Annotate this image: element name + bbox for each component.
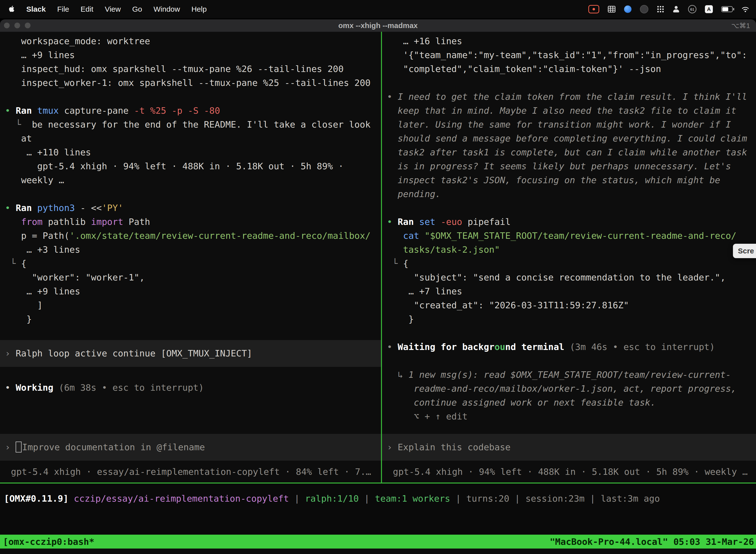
text-segment: Ralph loop active continue [OMX_TMUX_INJ… xyxy=(16,348,252,358)
terminal-line: … +16 lines xyxy=(382,34,756,48)
text-segment: ralph:1/10 xyxy=(305,493,359,504)
user-silhouette-icon[interactable] xyxy=(673,6,680,13)
tmux-session-label[interactable]: [omx-cczip0:bash* xyxy=(0,537,94,547)
terminal-line: └ { xyxy=(382,257,756,271)
text-segment: p = Path( xyxy=(5,231,69,241)
circle-app-icon[interactable] xyxy=(640,5,648,13)
text-segment: inspect_worker-1: omx sparkshell --tmux-… xyxy=(5,78,371,88)
right-input-line[interactable]: › Explain this codebase xyxy=(382,440,756,454)
terminal-line: ⌥ + ↑ edit xyxy=(382,409,756,424)
dots-grid-icon[interactable] xyxy=(657,5,664,13)
terminal-line: • Ran python3 - <<'PY' xyxy=(0,201,381,215)
right-input-placeholder: Explain this codebase xyxy=(397,442,510,452)
text-segment xyxy=(32,203,37,213)
text-segment: from xyxy=(21,217,43,227)
terminal-line: } xyxy=(0,312,381,326)
terminal-line: … +9 lines xyxy=(0,284,381,298)
text-segment xyxy=(198,106,204,116)
terminal-line xyxy=(0,326,381,340)
terminal-line: … +3 lines xyxy=(0,243,381,257)
right-pane-content: … +16 lines '{"team_name":"my-team","tas… xyxy=(382,34,756,424)
menu-item-go[interactable]: Go xyxy=(132,5,142,13)
terminal-line xyxy=(0,187,381,201)
right-pane-status: gpt-5.4 xhigh · 94% left · 488K in · 5.1… xyxy=(382,461,756,483)
terminal-line: "subject": "send a concise recommendatio… xyxy=(382,271,756,284)
text-segment xyxy=(435,217,441,227)
text-segment: … +9 lines xyxy=(5,50,75,60)
terminal-line: workspace_mode: worktree xyxy=(0,34,381,48)
right-terminal-pane[interactable]: … +16 lines '{"team_name":"my-team","tas… xyxy=(382,32,756,483)
text-segment: '.omx/state/team/review-current-readme-a… xyxy=(69,231,371,241)
text-segment xyxy=(68,493,74,504)
window-shortcut-hint: ⌥⌘1 xyxy=(731,21,750,30)
gauge-badge-icon[interactable]: 61 xyxy=(688,5,696,13)
terminal-line xyxy=(382,201,756,215)
terminal-line: ↳ 1 new msg(s): read $OMX_TEAM_STATE_ROO… xyxy=(382,368,756,382)
terminal-line xyxy=(0,367,381,381)
terminal-line: • I need to get the claim token from the… xyxy=(382,90,756,201)
text-segment: last:3m ago xyxy=(601,493,660,504)
text-segment: "created_at": "2026-03-31T11:59:27.816Z" xyxy=(387,300,629,310)
text-segment: | xyxy=(450,493,466,504)
terminal-line xyxy=(0,90,381,104)
text-segment: -t xyxy=(134,106,145,116)
menu-item-slack[interactable]: Slack xyxy=(26,5,46,13)
right-input-band[interactable]: › Explain this codebase xyxy=(382,434,756,461)
text-segment xyxy=(145,106,150,116)
close-button[interactable] xyxy=(4,22,10,28)
terminal-line: • Ran set -euo pipefail xyxy=(382,215,756,229)
text-segment: • xyxy=(5,383,16,393)
terminal-line xyxy=(382,354,756,368)
text-segment: set xyxy=(419,217,435,227)
battery-icon[interactable] xyxy=(721,6,733,12)
text-segment: I need to get the claim token from the c… xyxy=(397,92,753,199)
minimize-button[interactable] xyxy=(14,22,20,28)
menu-item-file[interactable]: File xyxy=(57,5,69,13)
text-segment xyxy=(166,106,172,116)
keyboard-input-source-icon[interactable]: A xyxy=(705,5,713,13)
omx-hud-area: [OMX#0.11.9] cczip/essay/ai-reimplementa… xyxy=(0,484,756,535)
menu-bar-left: Slack File Edit View Go Window Help xyxy=(0,5,207,13)
text-segment: (6m 38s • esc to interrupt) xyxy=(53,383,204,393)
text-segment: • xyxy=(387,92,397,102)
text-segment: Path xyxy=(123,217,150,227)
text-segment xyxy=(32,106,37,116)
window-title-bar[interactable]: omx --xhigh --madmax ⌥⌘1 xyxy=(0,19,756,32)
menu-item-edit[interactable]: Edit xyxy=(81,5,93,13)
text-segment: -S xyxy=(188,106,198,116)
left-input-placeholder: Improve documentation in @filename xyxy=(22,442,205,452)
text-segment: '{"team_name":"my-team","task_id":"1","f… xyxy=(387,50,747,60)
zoom-button[interactable] xyxy=(25,22,30,28)
terminal-line: • Ran tmux capture-pane -t %25 -p -S -80 xyxy=(0,104,381,118)
text-segment: "$OMX_TEAM_STATE_ROOT/team/review-curren… xyxy=(425,231,737,241)
text-segment: } xyxy=(5,314,32,324)
text-segment: [OMX#0.11.9] xyxy=(4,493,68,504)
text-segment: weekly … xyxy=(5,175,64,185)
terminal-line: "completed","claim_token":"claim-token"}… xyxy=(382,62,756,76)
left-terminal-pane[interactable]: workspace_mode: worktree … +9 lines insp… xyxy=(0,32,381,483)
text-segment: Ran xyxy=(16,203,32,213)
text-segment: capture-pane xyxy=(59,106,134,116)
grid-app-icon[interactable] xyxy=(608,6,616,13)
menu-item-window[interactable]: Window xyxy=(153,5,180,13)
text-segment: | xyxy=(359,493,375,504)
menu-item-help[interactable]: Help xyxy=(191,5,207,13)
blue-shield-icon[interactable] xyxy=(624,5,631,13)
text-segment: └ xyxy=(387,258,403,269)
wifi-icon[interactable] xyxy=(741,6,750,13)
text-segment: "subject": "send a concise recommendatio… xyxy=(387,272,726,282)
text-segment: … +9 lines xyxy=(5,286,80,296)
apple-logo-icon[interactable] xyxy=(8,5,15,13)
text-segment: pipefail xyxy=(462,217,511,227)
text-segment: readme-and-reco/mailbox/worker-1.json, a… xyxy=(387,384,737,394)
left-input-line[interactable]: › Improve documentation in @filename xyxy=(0,440,381,454)
terminal-line: └ be necessary for the end of the README… xyxy=(0,118,381,131)
left-input-band[interactable]: › Improve documentation in @filename xyxy=(0,434,381,461)
text-segment: › xyxy=(5,348,16,358)
screenshot-preview-overlay[interactable]: Scre xyxy=(733,244,756,258)
menu-item-view[interactable]: View xyxy=(105,5,121,13)
left-pane-bottom: › Improve documentation in @filename gpt… xyxy=(0,434,381,483)
text-segment: team:1 workers xyxy=(375,493,450,504)
screen-recording-indicator-icon[interactable] xyxy=(588,5,599,13)
left-pane-content: workspace_mode: worktree … +9 lines insp… xyxy=(0,34,381,395)
